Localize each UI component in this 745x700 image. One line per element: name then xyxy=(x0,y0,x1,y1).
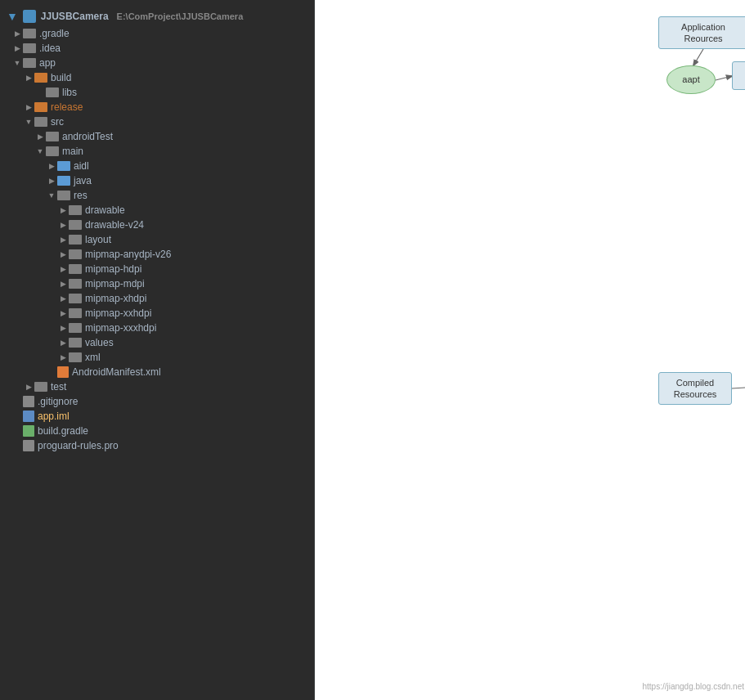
tree-item-src[interactable]: ▼src xyxy=(0,114,314,129)
watermark: https://jiangdg.blog.csdn.net xyxy=(642,682,744,691)
diagram-node-app-resources: Application Reources xyxy=(658,16,745,49)
tree-arrow-res[interactable]: ▼ xyxy=(46,190,57,201)
tree-arrow-app[interactable]: ▼ xyxy=(11,57,23,69)
tree-container: ▶.gradle▶.idea▼app▶buildlibs▶release▼src… xyxy=(0,26,314,453)
tree-item-test[interactable]: ▶test xyxy=(0,379,314,394)
folder-icon-mipmap-xxxhdpi xyxy=(69,323,82,333)
diagram-node-aapt: aapt xyxy=(666,65,716,94)
tree-arrow-drawable[interactable]: ▶ xyxy=(57,204,69,216)
tree-item-AndroidManifest[interactable]: AndroidManifest.xml xyxy=(0,365,314,379)
tree-arrow-androidTest[interactable]: ▶ xyxy=(34,131,46,142)
tree-label-mipmap-hdpi: mipmap-hdpi xyxy=(85,263,141,275)
tree-label-drawable: drawable xyxy=(85,204,125,216)
tree-item-mipmap-xhdpi[interactable]: ▶mipmap-xhdpi xyxy=(0,291,314,306)
tree-label-java: java xyxy=(74,175,92,186)
tree-label-src: src xyxy=(51,116,64,128)
folder-icon-androidTest xyxy=(46,132,59,141)
tree-label-mipmap-xxhdpi: mipmap-xxhdpi xyxy=(85,307,151,319)
tree-arrow-layout[interactable]: ▶ xyxy=(57,234,69,245)
tree-item-res[interactable]: ▼res xyxy=(0,188,314,203)
diagram-node-compiled-resources: Compiled Resources xyxy=(658,372,732,405)
tree-arrow-mipmap-anydpi-v26[interactable]: ▶ xyxy=(57,249,69,260)
file-tree-panel: ▼ JJUSBCamera E:\ComProject\JJUSBCamera … xyxy=(0,0,315,700)
tree-label-app_iml: app.iml xyxy=(38,411,70,422)
tree-item-main[interactable]: ▼main xyxy=(0,144,314,159)
tree-label-AndroidManifest: AndroidManifest.xml xyxy=(72,366,161,378)
tree-label-mipmap-xhdpi: mipmap-xhdpi xyxy=(85,293,146,304)
folder-icon-java xyxy=(57,176,70,186)
tree-item-xml[interactable]: ▶xml xyxy=(0,350,314,365)
tree-arrow-gradle[interactable]: ▶ xyxy=(11,28,23,39)
project-header[interactable]: ▼ JJUSBCamera E:\ComProject\JJUSBCamera xyxy=(0,7,314,26)
tree-arrow-mipmap-xhdpi[interactable]: ▶ xyxy=(57,293,69,304)
file-icon-build_gradle xyxy=(23,425,34,437)
tree-item-build_gradle[interactable]: build.gradle xyxy=(0,424,314,438)
tree-label-test: test xyxy=(51,381,66,393)
tree-label-layout: layout xyxy=(85,234,111,245)
file-icon-gitignore xyxy=(23,396,34,407)
tree-item-idea[interactable]: ▶.idea xyxy=(0,41,314,56)
folder-icon-mipmap-xxhdpi xyxy=(69,308,82,318)
tree-item-gitignore[interactable]: .gitignore xyxy=(0,394,314,409)
tree-item-drawable-v24[interactable]: ▶drawable-v24 xyxy=(0,218,314,232)
folder-icon-libs xyxy=(46,88,59,97)
tree-arrow-mipmap-xxhdpi[interactable]: ▶ xyxy=(57,307,69,319)
diagram-node-r-java: R.java xyxy=(732,61,745,90)
tree-label-proguard: proguard-rules.pro xyxy=(38,440,119,451)
folder-icon-app xyxy=(23,58,36,68)
tree-item-libs[interactable]: libs xyxy=(0,85,314,100)
tree-item-values[interactable]: ▶values xyxy=(0,335,314,350)
folder-icon-idea xyxy=(23,43,36,53)
tree-item-app_iml[interactable]: app.iml xyxy=(0,409,314,424)
folder-icon-drawable-v24 xyxy=(69,220,82,230)
tree-item-app[interactable]: ▼app xyxy=(0,56,314,70)
tree-label-idea: .idea xyxy=(39,43,61,54)
file-icon-app_iml xyxy=(23,411,34,422)
tree-label-libs: libs xyxy=(62,87,77,98)
tree-item-java[interactable]: ▶java xyxy=(0,173,314,188)
tree-item-gradle[interactable]: ▶.gradle xyxy=(0,26,314,41)
tree-label-build_gradle: build.gradle xyxy=(38,425,88,437)
tree-item-androidTest[interactable]: ▶androidTest xyxy=(0,129,314,144)
tree-arrow-mipmap-hdpi[interactable]: ▶ xyxy=(57,263,69,275)
tree-arrow-idea[interactable]: ▶ xyxy=(11,43,23,54)
folder-icon-mipmap-mdpi xyxy=(69,279,82,289)
tree-label-gradle: .gradle xyxy=(39,28,70,39)
folder-icon-xml xyxy=(69,352,82,362)
tree-arrow-java[interactable]: ▶ xyxy=(46,175,57,186)
tree-arrow-drawable-v24[interactable]: ▶ xyxy=(57,219,69,231)
project-icon xyxy=(23,10,36,23)
folder-icon-main xyxy=(46,146,59,156)
tree-item-mipmap-xxhdpi[interactable]: ▶mipmap-xxhdpi xyxy=(0,306,314,321)
tree-item-release[interactable]: ▶release xyxy=(0,100,314,114)
folder-icon-mipmap-anydpi-v26 xyxy=(69,249,82,259)
project-path: E:\ComProject\JJUSBCamera xyxy=(117,11,244,21)
tree-arrow-mipmap-xxxhdpi[interactable]: ▶ xyxy=(57,322,69,334)
tree-label-res: res xyxy=(74,190,88,201)
tree-arrow-main[interactable]: ▼ xyxy=(34,146,46,157)
tree-item-mipmap-mdpi[interactable]: ▶mipmap-mdpi xyxy=(0,276,314,291)
tree-item-drawable[interactable]: ▶drawable xyxy=(0,203,314,218)
tree-label-xml: xml xyxy=(85,352,101,363)
folder-icon-mipmap-xhdpi xyxy=(69,294,82,303)
tree-label-app: app xyxy=(39,57,56,69)
tree-arrow-test[interactable]: ▶ xyxy=(23,381,34,393)
tree-arrow-mipmap-mdpi[interactable]: ▶ xyxy=(57,278,69,289)
tree-item-mipmap-xxxhdpi[interactable]: ▶mipmap-xxxhdpi xyxy=(0,321,314,335)
tree-item-aidl[interactable]: ▶aidl xyxy=(0,159,314,173)
folder-icon-gradle xyxy=(23,29,36,38)
tree-item-mipmap-anydpi-v26[interactable]: ▶mipmap-anydpi-v26 xyxy=(0,247,314,262)
tree-item-proguard[interactable]: proguard-rules.pro xyxy=(0,438,314,453)
tree-item-mipmap-hdpi[interactable]: ▶mipmap-hdpi xyxy=(0,262,314,276)
tree-item-layout[interactable]: ▶layout xyxy=(0,232,314,247)
svg-line-12 xyxy=(732,383,745,388)
tree-arrow-build[interactable]: ▶ xyxy=(23,72,34,83)
folder-icon-src xyxy=(34,117,47,127)
svg-line-1 xyxy=(716,76,732,80)
tree-arrow-release[interactable]: ▶ xyxy=(23,101,34,113)
tree-arrow-xml[interactable]: ▶ xyxy=(57,352,69,363)
tree-arrow-values[interactable]: ▶ xyxy=(57,337,69,348)
tree-item-build[interactable]: ▶build xyxy=(0,70,314,85)
tree-arrow-src[interactable]: ▼ xyxy=(23,116,34,128)
tree-arrow-aidl[interactable]: ▶ xyxy=(46,160,57,172)
